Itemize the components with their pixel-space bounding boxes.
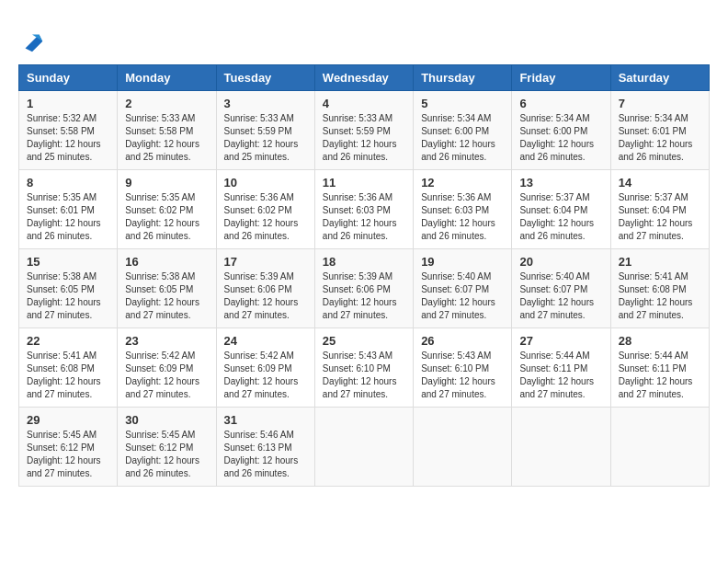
calendar-week: 22Sunrise: 5:41 AM Sunset: 6:08 PM Dayli… xyxy=(19,328,710,408)
day-number: 17 xyxy=(224,255,307,269)
header-day: Monday xyxy=(118,65,216,91)
day-info: Sunrise: 5:36 AM Sunset: 6:02 PM Dayligh… xyxy=(224,191,307,243)
calendar-cell: 10Sunrise: 5:36 AM Sunset: 6:02 PM Dayli… xyxy=(216,170,314,249)
day-number: 23 xyxy=(125,334,208,348)
logo xyxy=(18,28,50,55)
day-number: 30 xyxy=(125,413,208,427)
day-number: 18 xyxy=(323,255,405,269)
calendar-cell: 4Sunrise: 5:33 AM Sunset: 5:59 PM Daylig… xyxy=(314,91,413,170)
day-info: Sunrise: 5:37 AM Sunset: 6:04 PM Dayligh… xyxy=(519,191,602,243)
calendar-week: 1Sunrise: 5:32 AM Sunset: 5:58 PM Daylig… xyxy=(19,91,710,170)
day-number: 25 xyxy=(323,334,405,348)
day-number: 21 xyxy=(619,255,701,269)
day-info: Sunrise: 5:42 AM Sunset: 6:09 PM Dayligh… xyxy=(224,350,307,401)
day-number: 15 xyxy=(27,255,109,269)
calendar-cell: 27Sunrise: 5:44 AM Sunset: 6:11 PM Dayli… xyxy=(512,328,610,408)
calendar-cell: 21Sunrise: 5:41 AM Sunset: 6:08 PM Dayli… xyxy=(610,249,709,328)
day-info: Sunrise: 5:34 AM Sunset: 6:00 PM Dayligh… xyxy=(519,112,602,164)
day-number: 31 xyxy=(224,413,307,427)
calendar-cell: 16Sunrise: 5:38 AM Sunset: 6:05 PM Dayli… xyxy=(118,249,216,328)
day-info: Sunrise: 5:44 AM Sunset: 6:11 PM Dayligh… xyxy=(519,350,602,401)
calendar-cell: 30Sunrise: 5:45 AM Sunset: 6:12 PM Dayli… xyxy=(118,408,216,487)
day-info: Sunrise: 5:33 AM Sunset: 5:59 PM Dayligh… xyxy=(224,112,307,164)
day-info: Sunrise: 5:41 AM Sunset: 6:08 PM Dayligh… xyxy=(27,350,109,401)
calendar-cell: 31Sunrise: 5:46 AM Sunset: 6:13 PM Dayli… xyxy=(216,408,314,487)
header-day: Thursday xyxy=(414,65,512,91)
day-info: Sunrise: 5:43 AM Sunset: 6:10 PM Dayligh… xyxy=(421,350,504,401)
calendar-cell xyxy=(314,408,413,487)
day-info: Sunrise: 5:40 AM Sunset: 6:07 PM Dayligh… xyxy=(519,270,602,322)
day-number: 20 xyxy=(519,255,602,269)
day-number: 7 xyxy=(619,97,701,110)
calendar-table: SundayMondayTuesdayWednesdayThursdayFrid… xyxy=(18,64,710,487)
day-info: Sunrise: 5:43 AM Sunset: 6:10 PM Dayligh… xyxy=(323,350,405,401)
day-info: Sunrise: 5:42 AM Sunset: 6:09 PM Dayligh… xyxy=(125,350,208,401)
calendar-cell: 24Sunrise: 5:42 AM Sunset: 6:09 PM Dayli… xyxy=(216,328,314,408)
calendar-cell: 1Sunrise: 5:32 AM Sunset: 5:58 PM Daylig… xyxy=(19,91,118,170)
day-info: Sunrise: 5:33 AM Sunset: 5:58 PM Dayligh… xyxy=(125,112,208,164)
day-number: 28 xyxy=(619,334,701,348)
day-number: 10 xyxy=(224,176,307,190)
day-number: 16 xyxy=(125,255,208,269)
day-number: 9 xyxy=(125,176,208,190)
day-info: Sunrise: 5:46 AM Sunset: 6:13 PM Dayligh… xyxy=(224,429,307,480)
calendar-cell: 22Sunrise: 5:41 AM Sunset: 6:08 PM Dayli… xyxy=(19,328,118,408)
day-number: 14 xyxy=(619,176,701,190)
calendar-header: SundayMondayTuesdayWednesdayThursdayFrid… xyxy=(19,65,710,91)
day-info: Sunrise: 5:34 AM Sunset: 6:00 PM Dayligh… xyxy=(421,112,504,164)
day-info: Sunrise: 5:45 AM Sunset: 6:12 PM Dayligh… xyxy=(125,429,208,480)
calendar-cell: 29Sunrise: 5:45 AM Sunset: 6:12 PM Dayli… xyxy=(19,408,118,487)
calendar-cell: 18Sunrise: 5:39 AM Sunset: 6:06 PM Dayli… xyxy=(314,249,413,328)
day-number: 24 xyxy=(224,334,307,348)
header-day: Sunday xyxy=(19,65,118,91)
day-info: Sunrise: 5:41 AM Sunset: 6:08 PM Dayligh… xyxy=(619,270,701,322)
header-day: Friday xyxy=(512,65,610,91)
day-number: 2 xyxy=(125,97,208,110)
calendar-cell: 19Sunrise: 5:40 AM Sunset: 6:07 PM Dayli… xyxy=(414,249,512,328)
calendar-cell: 12Sunrise: 5:36 AM Sunset: 6:03 PM Dayli… xyxy=(414,170,512,249)
calendar-cell: 23Sunrise: 5:42 AM Sunset: 6:09 PM Dayli… xyxy=(118,328,216,408)
day-info: Sunrise: 5:36 AM Sunset: 6:03 PM Dayligh… xyxy=(323,191,405,243)
calendar-cell: 13Sunrise: 5:37 AM Sunset: 6:04 PM Dayli… xyxy=(512,170,610,249)
calendar-cell xyxy=(512,408,610,487)
day-number: 5 xyxy=(421,97,504,110)
day-info: Sunrise: 5:35 AM Sunset: 6:01 PM Dayligh… xyxy=(27,191,109,243)
logo-icon xyxy=(18,28,46,55)
day-number: 8 xyxy=(27,176,109,190)
day-info: Sunrise: 5:33 AM Sunset: 5:59 PM Dayligh… xyxy=(323,112,405,164)
calendar-cell: 20Sunrise: 5:40 AM Sunset: 6:07 PM Dayli… xyxy=(512,249,610,328)
day-number: 3 xyxy=(224,97,307,110)
day-number: 12 xyxy=(421,176,504,190)
calendar-cell: 5Sunrise: 5:34 AM Sunset: 6:00 PM Daylig… xyxy=(414,91,512,170)
day-number: 11 xyxy=(323,176,405,190)
day-number: 26 xyxy=(421,334,504,348)
header-day: Tuesday xyxy=(216,65,314,91)
day-number: 6 xyxy=(519,97,602,110)
day-info: Sunrise: 5:34 AM Sunset: 6:01 PM Dayligh… xyxy=(619,112,701,164)
calendar-cell: 2Sunrise: 5:33 AM Sunset: 5:58 PM Daylig… xyxy=(118,91,216,170)
calendar-cell xyxy=(610,408,709,487)
day-info: Sunrise: 5:44 AM Sunset: 6:11 PM Dayligh… xyxy=(619,350,701,401)
day-info: Sunrise: 5:38 AM Sunset: 6:05 PM Dayligh… xyxy=(125,270,208,322)
calendar-cell: 25Sunrise: 5:43 AM Sunset: 6:10 PM Dayli… xyxy=(314,328,413,408)
day-info: Sunrise: 5:45 AM Sunset: 6:12 PM Dayligh… xyxy=(27,429,109,480)
header-day: Wednesday xyxy=(314,65,413,91)
calendar-week: 15Sunrise: 5:38 AM Sunset: 6:05 PM Dayli… xyxy=(19,249,710,328)
header-day: Saturday xyxy=(610,65,709,91)
day-info: Sunrise: 5:39 AM Sunset: 6:06 PM Dayligh… xyxy=(224,270,307,322)
calendar-cell: 15Sunrise: 5:38 AM Sunset: 6:05 PM Dayli… xyxy=(19,249,118,328)
calendar-cell: 8Sunrise: 5:35 AM Sunset: 6:01 PM Daylig… xyxy=(19,170,118,249)
calendar-week: 29Sunrise: 5:45 AM Sunset: 6:12 PM Dayli… xyxy=(19,408,710,487)
day-number: 19 xyxy=(421,255,504,269)
calendar-cell: 28Sunrise: 5:44 AM Sunset: 6:11 PM Dayli… xyxy=(610,328,709,408)
day-info: Sunrise: 5:38 AM Sunset: 6:05 PM Dayligh… xyxy=(27,270,109,322)
day-info: Sunrise: 5:32 AM Sunset: 5:58 PM Dayligh… xyxy=(27,112,109,164)
calendar-cell xyxy=(414,408,512,487)
calendar-cell: 6Sunrise: 5:34 AM Sunset: 6:00 PM Daylig… xyxy=(512,91,610,170)
page-header xyxy=(18,18,710,55)
day-info: Sunrise: 5:39 AM Sunset: 6:06 PM Dayligh… xyxy=(323,270,405,322)
calendar-cell: 9Sunrise: 5:35 AM Sunset: 6:02 PM Daylig… xyxy=(118,170,216,249)
day-number: 22 xyxy=(27,334,109,348)
day-number: 4 xyxy=(323,97,405,110)
day-info: Sunrise: 5:36 AM Sunset: 6:03 PM Dayligh… xyxy=(421,191,504,243)
